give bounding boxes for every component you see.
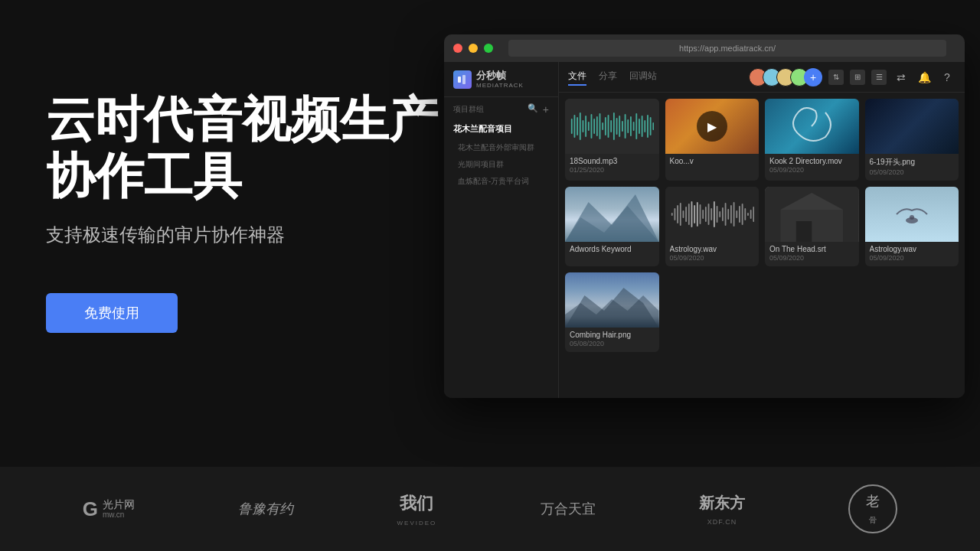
bell-icon[interactable]: 🔔: [916, 69, 933, 86]
sidebar: 分秒帧 MEDIATRACK 项目群组 🔍 + 花木兰配音项目 花木兰配音外部审…: [444, 62, 559, 398]
svg-rect-49: [714, 201, 715, 227]
file-card[interactable]: 18Sound.mp3 01/25/2020: [565, 99, 659, 181]
file-name: On The Head.srt: [769, 245, 854, 253]
list-view-icon[interactable]: ☰: [871, 70, 887, 85]
svg-rect-28: [645, 120, 646, 132]
svg-rect-63: [753, 207, 754, 222]
svg-rect-17: [613, 112, 615, 140]
sidebar-icons: 🔍 +: [528, 103, 549, 116]
app-content: 分秒帧 MEDIATRACK 项目群组 🔍 + 花木兰配音项目 花木兰配音外部审…: [444, 62, 965, 398]
sidebar-sub-item-2[interactable]: 光期间项目群: [444, 156, 558, 173]
file-info: Koo...v: [665, 154, 760, 171]
cta-button[interactable]: 免费使用: [46, 293, 178, 333]
svg-rect-44: [699, 204, 701, 224]
file-thumb: [765, 187, 859, 242]
svg-rect-41: [691, 201, 692, 227]
help-icon[interactable]: ?: [939, 69, 956, 86]
svg-rect-5: [580, 112, 581, 140]
hero-title: 云时代音视频生产协作工具: [46, 92, 444, 204]
close-button[interactable]: [453, 44, 462, 53]
file-card[interactable]: Adwords Keyword: [565, 187, 659, 266]
file-card[interactable]: ▶ Koo...v: [665, 99, 760, 181]
svg-rect-46: [705, 207, 707, 222]
svg-rect-18: [616, 118, 618, 135]
grid-view-icon[interactable]: ⊞: [850, 70, 865, 85]
file-thumb: [565, 99, 659, 154]
file-info: 6-19开头.png 05/09/2020: [865, 154, 959, 181]
svg-rect-45: [702, 210, 704, 219]
sidebar-sub-item-1[interactable]: 花木兰配音外部审阅群: [444, 139, 558, 156]
tab-files[interactable]: 文件: [568, 68, 586, 86]
svg-rect-58: [739, 206, 740, 223]
topbar-tabs: 文件 分享 回调站: [568, 68, 657, 86]
svg-rect-29: [647, 115, 648, 138]
hero-subtitle: 支持极速传输的审片协作神器: [46, 223, 444, 247]
topbar: 文件 分享 回调站 + ⇅ ⊞ ☰: [559, 62, 965, 93]
svg-rect-7: [585, 116, 586, 137]
browser-titlebar: https://app.mediatrack.cn/: [444, 34, 965, 62]
svg-rect-59: [741, 204, 743, 225]
file-card[interactable]: 6-19开头.png 05/09/2020: [865, 99, 959, 181]
topbar-right: + ⇅ ⊞ ☰ ⇄ 🔔 ?: [749, 68, 956, 86]
sidebar-item-hualan[interactable]: 花木兰配音项目: [444, 119, 558, 139]
svg-rect-54: [727, 209, 729, 220]
tab-review[interactable]: 回调站: [629, 68, 657, 86]
logo-women: 我们 WEVIDEO: [397, 492, 437, 527]
svg-rect-56: [733, 202, 734, 227]
svg-rect-0: [458, 77, 461, 83]
svg-point-69: [910, 215, 914, 220]
svg-rect-52: [722, 207, 724, 221]
file-thumb: [865, 99, 959, 154]
file-info: Adwords Keyword: [565, 242, 659, 259]
svg-marker-71: [565, 295, 659, 328]
logo-laoji: 老 骨: [848, 484, 897, 533]
svg-rect-35: [674, 208, 675, 220]
file-card[interactable]: Kook 2 Directory.mov 05/09/2020: [765, 99, 859, 181]
url-bar[interactable]: https://app.mediatrack.cn/: [508, 40, 946, 57]
sidebar-sub-item-3[interactable]: 血炼配音-万贵平台词: [444, 173, 558, 190]
file-date: 05/08/2020: [570, 340, 655, 347]
svg-rect-6: [583, 120, 584, 132]
svg-rect-43: [697, 202, 698, 227]
file-grid-container: 18Sound.mp3 01/25/2020 ▶ Koo...v: [559, 93, 965, 398]
svg-rect-22: [627, 119, 629, 133]
svg-rect-26: [639, 119, 640, 134]
file-thumb: [565, 187, 659, 242]
svg-rect-47: [707, 204, 709, 225]
svg-rect-13: [602, 122, 603, 130]
add-icon[interactable]: +: [543, 103, 549, 116]
svg-rect-2: [571, 119, 573, 134]
brand-icon: [453, 70, 472, 89]
main-area: 文件 分享 回调站 + ⇅ ⊞ ☰: [559, 62, 965, 398]
file-card[interactable]: Astrology.wav 05/09/2020: [665, 187, 760, 266]
file-card[interactable]: Combing Hair.png 05/08/2020: [565, 272, 659, 352]
svg-rect-42: [694, 205, 695, 223]
switch-icon[interactable]: ⇄: [893, 69, 910, 86]
sort-icon[interactable]: ⇅: [828, 70, 844, 85]
svg-rect-20: [622, 121, 623, 132]
file-date: 05/09/2020: [870, 254, 955, 262]
file-grid: 18Sound.mp3 01/25/2020 ▶ Koo...v: [565, 99, 959, 352]
svg-rect-39: [685, 207, 687, 222]
hero-section: 云时代音视频生产协作工具 支持极速传输的审片协作神器 免费使用: [46, 92, 444, 333]
tab-share[interactable]: 分享: [599, 68, 617, 86]
minimize-button[interactable]: [469, 44, 478, 53]
svg-rect-27: [642, 116, 643, 137]
play-button[interactable]: ▶: [697, 111, 727, 142]
avatar-group: +: [749, 68, 822, 86]
logo-xdf: 新东方 XDF.CN: [699, 493, 745, 526]
maximize-button[interactable]: [484, 44, 493, 53]
svg-rect-4: [577, 117, 578, 135]
file-card[interactable]: On The Head.srt 05/09/2020: [765, 187, 859, 266]
add-member-button[interactable]: +: [804, 68, 822, 86]
search-icon[interactable]: 🔍: [528, 103, 538, 116]
svg-rect-34: [671, 213, 672, 216]
file-thumb: [665, 187, 760, 242]
file-info: Astrology.wav 05/09/2020: [665, 242, 760, 266]
svg-rect-9: [591, 114, 593, 139]
file-card[interactable]: Astrology.wav 05/09/2020: [865, 187, 959, 266]
svg-rect-37: [679, 203, 681, 226]
svg-rect-23: [630, 116, 632, 136]
file-name: 6-19开头.png: [870, 157, 955, 168]
file-name: 18Sound.mp3: [570, 157, 655, 165]
